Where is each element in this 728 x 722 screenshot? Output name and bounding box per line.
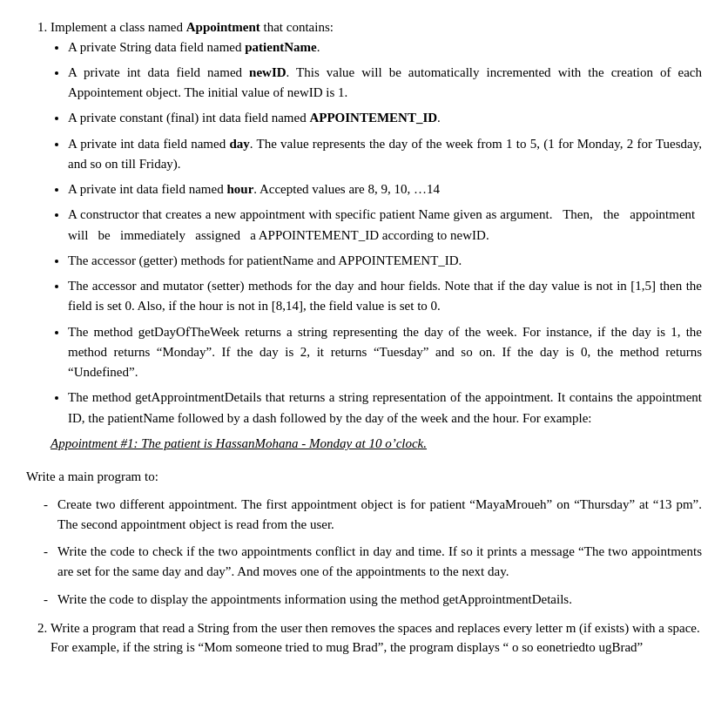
bullet-2: A private int data field named newID. Th… bbox=[68, 63, 702, 104]
content-area: Implement a class named Appointment that… bbox=[26, 17, 702, 658]
bullet-7: The accessor (getter) methods for patien… bbox=[68, 251, 702, 271]
dash-item-3: Write the code to display the appointmen… bbox=[44, 590, 702, 610]
section-2-item: Write a program that read a String from … bbox=[51, 618, 702, 658]
main-program-title: Write a main program to: bbox=[26, 467, 702, 487]
class-name-bold: Appointment bbox=[186, 20, 260, 34]
section-1-intro: Implement a class named Appointment that… bbox=[51, 20, 334, 34]
dash-list: Create two different appointment. The fi… bbox=[26, 495, 702, 610]
bullet-9: The method getDayOfTheWeek returns a str… bbox=[68, 322, 702, 383]
appointementid-bold: APPOINTEMENT_ID bbox=[309, 111, 437, 125]
dash-item-1: Create two different appointment. The fi… bbox=[44, 495, 702, 536]
day-bold: day bbox=[229, 137, 249, 151]
main-numbered-list: Implement a class named Appointment that… bbox=[26, 17, 702, 453]
bullet-5: A private int data field named hour. Acc… bbox=[68, 179, 702, 199]
dash-item-2: Write the code to check if the two appoi… bbox=[44, 542, 702, 583]
bullet-1: A private String data field named patien… bbox=[68, 37, 702, 57]
second-numbered-list: Write a program that read a String from … bbox=[26, 618, 702, 658]
bullet-8: The accessor and mutator (setter) method… bbox=[68, 276, 702, 317]
main-program-section: Write a main program to: Create two diff… bbox=[26, 467, 702, 610]
section-1-item: Implement a class named Appointment that… bbox=[51, 17, 702, 453]
bullet-6: A constructor that creates a new appoint… bbox=[68, 205, 702, 246]
bullet-10: The method getApprointmentDetails that r… bbox=[68, 388, 702, 428]
newid-bold: newID bbox=[249, 65, 286, 79]
bullet-4: A private int data field named day. The … bbox=[68, 134, 702, 175]
bullet-3: A private constant (final) int data fiel… bbox=[68, 108, 702, 128]
patientname-bold: patientName bbox=[245, 40, 317, 54]
example-text: Appointment #1: The patient is HassanMoh… bbox=[51, 436, 427, 450]
hour-bold: hour bbox=[226, 182, 253, 196]
bullet-list: A private String data field named patien… bbox=[51, 37, 702, 428]
example-line: Appointment #1: The patient is HassanMoh… bbox=[51, 434, 702, 454]
